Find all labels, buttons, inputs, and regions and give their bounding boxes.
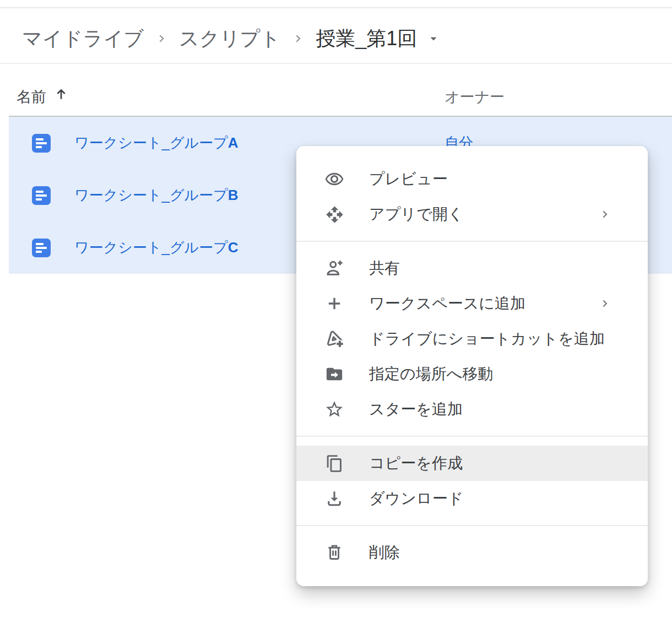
breadcrumb-divider: [0, 63, 672, 64]
breadcrumb: マイドライブ スクリプト 授業_第1回: [22, 24, 441, 53]
menu-item-label: ドライブにショートカットを追加: [369, 328, 605, 349]
menu-item-add-to-workspace[interactable]: ワークスペースに追加: [296, 286, 648, 321]
menu-item-label: 削除: [369, 542, 400, 563]
menu-item-make-a-copy[interactable]: コピーを作成: [296, 446, 648, 481]
menu-item-label: コピーを作成: [369, 453, 463, 474]
folder-move-icon: [324, 364, 344, 384]
menu-item-label: 指定の場所へ移動: [369, 364, 493, 385]
google-doc-icon: [32, 239, 51, 257]
file-name: ワークシート_グループA: [74, 133, 239, 153]
menu-item-label: ダウンロード: [369, 488, 463, 509]
person-add-icon: [324, 258, 344, 278]
download-icon: [324, 489, 344, 508]
google-doc-icon: [32, 186, 51, 205]
menu-item-add-shortcut-to-drive[interactable]: ドライブにショートカットを追加: [296, 321, 648, 356]
menu-item-delete[interactable]: 削除: [296, 535, 648, 570]
google-doc-icon: [32, 134, 51, 153]
eye-icon: [324, 169, 344, 189]
breadcrumb-current-folder[interactable]: 授業_第1回: [316, 25, 417, 52]
caret-down-icon[interactable]: [426, 31, 441, 46]
menu-item-label: プレビュー: [369, 169, 448, 190]
chevron-right-icon: [598, 208, 611, 221]
menu-divider: [296, 436, 648, 437]
menu-item-label: アプリで開く: [369, 204, 463, 225]
breadcrumb-scripts[interactable]: スクリプト: [179, 25, 280, 52]
context-menu: プレビュー アプリで開く 共有 ワークスペースに追加: [296, 146, 648, 586]
file-name: ワークシート_グループC: [74, 238, 239, 257]
menu-item-move-to[interactable]: 指定の場所へ移動: [296, 356, 648, 392]
menu-item-label: 共有: [369, 258, 400, 279]
column-header-owner: オーナー: [445, 87, 505, 107]
breadcrumb-my-drive[interactable]: マイドライブ: [22, 25, 144, 52]
menu-item-add-star[interactable]: スターを追加: [296, 392, 648, 427]
menu-item-share[interactable]: 共有: [296, 251, 648, 286]
chevron-right-icon: [598, 297, 611, 310]
menu-item-download[interactable]: ダウンロード: [296, 481, 648, 516]
copy-icon: [324, 453, 344, 473]
chevron-right-icon: [292, 33, 304, 45]
open-with-icon: [324, 204, 344, 224]
menu-item-label: ワークスペースに追加: [369, 293, 525, 314]
file-name: ワークシート_グループB: [74, 186, 239, 205]
menu-divider: [296, 241, 648, 242]
top-divider: [0, 7, 672, 8]
chevron-right-icon: [155, 33, 167, 45]
menu-item-label: スターを追加: [369, 399, 463, 420]
menu-item-open-with[interactable]: アプリで開く: [296, 197, 648, 232]
menu-divider: [296, 525, 648, 526]
column-header-name[interactable]: 名前: [17, 87, 46, 107]
plus-icon: [324, 294, 344, 313]
trash-icon: [324, 543, 344, 562]
drive-shortcut-icon: [324, 329, 344, 349]
star-icon: [324, 399, 344, 419]
menu-item-preview[interactable]: プレビュー: [296, 161, 648, 197]
arrow-up-icon[interactable]: [53, 86, 69, 102]
